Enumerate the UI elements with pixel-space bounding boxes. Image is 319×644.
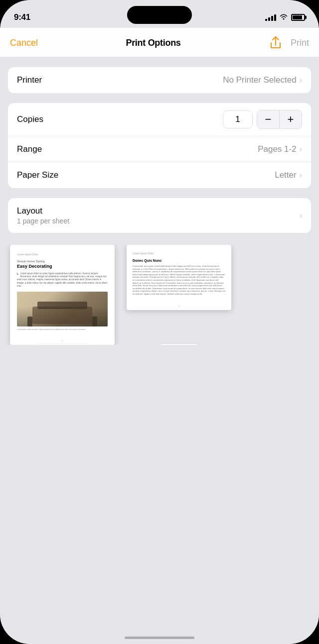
dynamic-island xyxy=(127,6,192,24)
page-2-title: Donec Quis Nunc xyxy=(133,259,225,262)
page-1-thumbnail: Lorem Ipsum Dolor Simple Home Styling Ea… xyxy=(10,245,115,345)
phone-frame: 9:41 xyxy=(0,0,319,644)
copies-stepper: − + xyxy=(257,110,302,129)
page-1-image xyxy=(17,292,108,326)
preview-page-2[interactable]: Lorem Ipsum Dolor Donec Quis Nunc Consec… xyxy=(127,245,231,345)
cancel-button[interactable]: Cancel xyxy=(10,38,38,48)
paper-size-chevron: › xyxy=(300,171,302,180)
page-1-title: Easy Decorating xyxy=(17,264,108,269)
status-time: 9:41 xyxy=(14,12,30,22)
printer-chevron: › xyxy=(300,76,302,85)
signal-bar-1 xyxy=(265,19,267,21)
scroll-content[interactable]: Printer No Printer Selected › Copies 1 xyxy=(0,57,319,644)
options-section: Copies 1 − + Range xyxy=(8,103,311,188)
signal-bar-4 xyxy=(274,14,276,21)
layout-section: Layout 1 page per sheet › xyxy=(8,198,311,233)
main-content: Cancel Print Options Print xyxy=(0,28,319,644)
signal-bar-3 xyxy=(271,16,273,21)
screen: 9:41 xyxy=(0,0,319,644)
layout-title: Layout xyxy=(17,206,69,216)
layout-subtitle: 1 page per sheet xyxy=(17,217,69,225)
paper-size-row[interactable]: Paper Size Letter › xyxy=(8,162,311,188)
battery-icon xyxy=(291,14,305,21)
page-1-badge: ✓ Page 1 of 2 xyxy=(32,344,93,345)
page-1-subtitle: Simple Home Styling xyxy=(17,260,108,263)
layout-row[interactable]: Layout 1 page per sheet › xyxy=(8,198,311,233)
increment-button[interactable]: + xyxy=(280,110,302,128)
preview-page-1[interactable]: Lorem Ipsum Dolor Simple Home Styling Ea… xyxy=(10,245,115,345)
paper-size-label: Paper Size xyxy=(17,170,275,180)
layout-chevron: › xyxy=(300,211,302,220)
layout-text: Layout 1 page per sheet xyxy=(17,206,69,225)
printer-row[interactable]: Printer No Printer Selected › xyxy=(8,67,311,93)
range-label: Range xyxy=(17,144,258,154)
nav-bar: Cancel Print Options Print xyxy=(0,28,319,57)
print-button[interactable]: Print xyxy=(291,38,309,48)
copies-display: 1 xyxy=(223,110,253,128)
page-1-body: L Lorem ipsum dolor sit amet, ligula sus… xyxy=(17,272,108,288)
preview-pages[interactable]: Lorem Ipsum Dolor Simple Home Styling Ea… xyxy=(0,245,319,345)
signal-bars-icon xyxy=(265,14,276,21)
range-chevron: › xyxy=(300,145,302,154)
status-icons xyxy=(265,13,305,22)
bottom-spacer xyxy=(0,355,319,395)
svg-rect-4 xyxy=(92,317,97,326)
page-2-lorem: Lorem Ipsum Dolor xyxy=(133,252,225,255)
printer-section: Printer No Printer Selected › xyxy=(8,67,311,93)
wifi-icon xyxy=(279,13,288,22)
share-icon[interactable] xyxy=(269,36,283,50)
nav-right-actions: Print xyxy=(269,36,309,50)
svg-point-0 xyxy=(283,18,285,20)
printer-label: Printer xyxy=(17,75,223,85)
printer-value: No Printer Selected › xyxy=(223,75,302,85)
svg-rect-2 xyxy=(37,302,87,309)
signal-bar-2 xyxy=(268,17,270,21)
page-2-footer: 2 xyxy=(127,303,231,310)
paper-size-value: Letter › xyxy=(275,170,302,180)
page-1-caption: Lorem ipsum dolor sit amet, ligula suspe… xyxy=(17,328,108,330)
svg-rect-3 xyxy=(27,317,32,326)
copies-label: Copies xyxy=(17,114,223,124)
page-2-body: Consectetur arcu ipsum ornare pellentesq… xyxy=(133,265,225,296)
decrement-button[interactable]: − xyxy=(257,110,279,128)
range-value: Pages 1-2 › xyxy=(258,144,302,154)
svg-rect-1 xyxy=(32,307,92,324)
page-2-content: Lorem Ipsum Dolor Donec Quis Nunc Consec… xyxy=(127,245,231,303)
page-title: Print Options xyxy=(126,38,180,48)
copies-row: Copies 1 − + xyxy=(8,103,311,136)
copies-control: 1 − + xyxy=(223,110,302,129)
battery-fill xyxy=(293,15,302,19)
home-indicator xyxy=(125,637,194,639)
page-1-lorem: Lorem Ipsum Dolor xyxy=(17,253,108,256)
preview-section: Lorem Ipsum Dolor Simple Home Styling Ea… xyxy=(0,245,319,355)
page-2-badge: ✓ Page 2 xyxy=(155,344,202,345)
range-row[interactable]: Range Pages 1-2 › xyxy=(8,136,311,162)
page-2-thumbnail: Lorem Ipsum Dolor Donec Quis Nunc Consec… xyxy=(127,245,231,310)
page-1-content: Lorem Ipsum Dolor Simple Home Styling Ea… xyxy=(10,245,115,337)
